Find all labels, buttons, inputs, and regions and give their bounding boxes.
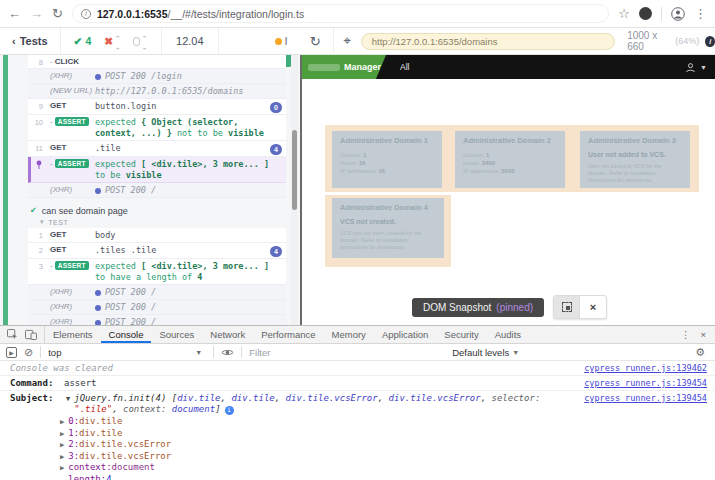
object-property[interactable]: ▶2: div.tile.vcsError <box>0 439 715 451</box>
caret-down-icon: ▾ <box>40 218 44 226</box>
tab-performance[interactable]: Performance <box>253 326 323 343</box>
devtools-tab-bar: Elements Console Sources Network Perform… <box>0 326 715 344</box>
log-row-new-url[interactable]: (NEW URL) http://127.0.0.1:6535/domains <box>28 84 286 99</box>
console-message-command: Command: assert cypress_runner.js:139454 <box>0 376 715 391</box>
log-row-assert[interactable]: 10 -ASSERT expected { Object (selector, … <box>28 115 286 141</box>
domain-tile-error[interactable]: Administrative Domain 4 VCS not created.… <box>332 198 444 258</box>
caret-down-icon: ▼ <box>195 349 206 356</box>
restart-tests-icon[interactable]: ↻ <box>310 34 321 49</box>
selector-playground-icon[interactable]: ⌖ <box>343 33 350 49</box>
tab-memory[interactable]: Memory <box>324 326 374 343</box>
tab-elements[interactable]: Elements <box>45 326 101 343</box>
page-info-icon[interactable]: i <box>81 9 91 19</box>
object-property[interactable]: ▶context: document <box>0 462 715 474</box>
source-link[interactable]: cypress_runner.js:139454 <box>574 378 707 389</box>
log-scrollbar[interactable] <box>291 55 298 325</box>
address-bar[interactable]: i 127.0.0.1:6535/__/#/tests/integration/… <box>72 4 609 23</box>
object-property[interactable]: ▶3: div.tile.vcsError <box>0 451 715 463</box>
console-filter-input[interactable] <box>249 347 439 358</box>
tab-audits[interactable]: Audits <box>487 326 529 343</box>
tab-application[interactable]: Application <box>374 326 436 343</box>
console-messages: Console was cleared cypress_runner.js:13… <box>0 361 715 480</box>
disclosure-closed-icon: ▶ <box>58 439 68 451</box>
devtools-close-icon[interactable]: × <box>700 329 706 340</box>
nav-tab-all[interactable]: All <box>400 62 409 72</box>
cypress-toolbar: ‹ Tests ✔4 ✖-- -- 12.04 I ↻ ⌖ http://127… <box>0 28 715 55</box>
object-preview[interactable]: jQuery.fn.init(4) [div.tile, div.tile, d… <box>74 393 574 415</box>
assert-badge: ASSERT <box>55 117 89 126</box>
live-expression-eye-icon[interactable] <box>221 348 234 357</box>
log-row-xhr[interactable]: (XHR) POST 200 /login <box>28 69 286 84</box>
snapshot-icon <box>562 302 572 312</box>
console-sidebar-icon[interactable]: ▶ <box>6 347 17 358</box>
yield-count-badge: 4 <box>270 144 282 155</box>
child-dash-icon: - <box>50 117 53 126</box>
source-link[interactable]: cypress_runner.js:139454 <box>574 393 707 404</box>
bookmark-star-icon[interactable]: ☆ <box>618 7 630 20</box>
back-to-tests-button[interactable]: ‹ Tests <box>0 28 61 54</box>
reload-icon[interactable]: ↻ <box>52 7 63 20</box>
log-row-get[interactable]: 9 GET button.login 0 <box>28 99 286 115</box>
scrollbar-thumb[interactable] <box>292 130 297 210</box>
object-property[interactable]: ▶length: 4 <box>0 474 715 480</box>
object-property[interactable]: ▶0: div.tile <box>0 416 715 428</box>
device-toolbar-icon[interactable] <box>25 329 37 340</box>
log-row-assert-pinned[interactable]: -ASSERT expected [ <div.tile>, 3 more...… <box>28 157 286 183</box>
viewport-scale: (64%) <box>675 36 699 46</box>
app-url-bar[interactable]: http://127.0.0.1:6535/domains <box>361 33 615 50</box>
log-row-click[interactable]: 8 -CLICK <box>28 55 286 69</box>
tiles-row-1: Administrative Domain 1 Groups: 1 Hosts:… <box>325 125 699 192</box>
studio-indicator[interactable]: I <box>275 35 288 47</box>
passed-count: 4 <box>85 35 91 47</box>
profile-icon[interactable] <box>671 7 685 21</box>
app-logo: Manager <box>302 55 386 79</box>
object-property[interactable]: ▶1: div.tile <box>0 428 715 440</box>
menu-dots-icon[interactable]: ⋮ <box>694 7 707 20</box>
back-icon[interactable]: ← <box>8 7 21 20</box>
source-link[interactable]: cypress_runner.js:139462 <box>574 363 707 374</box>
console-settings-gear-icon[interactable]: ⚙ <box>695 346 709 359</box>
log-row-get[interactable]: 2 GET .tiles .tile 4 <box>28 243 286 259</box>
log-row-xhr[interactable]: (XHR) POST 200 / <box>28 183 286 198</box>
console-message-subject: Subject: ▼ jQuery.fn.init(4) [div.tile, … <box>0 391 715 416</box>
tab-console[interactable]: Console <box>101 326 152 343</box>
disclosure-open-icon[interactable]: ▼ <box>64 393 74 405</box>
tab-network[interactable]: Network <box>202 326 253 343</box>
domain-tile[interactable]: Administrative Domain 1 Groups: 1 Hosts:… <box>332 131 442 188</box>
log-row-xhr[interactable]: (XHR) POST 200 / <box>28 300 286 315</box>
forward-icon[interactable]: → <box>30 7 43 20</box>
child-dash-icon: - <box>50 57 53 66</box>
log-row-get[interactable]: 11 GET .tile 4 <box>28 141 286 157</box>
failed-count: -- <box>116 29 120 53</box>
close-icon: × <box>590 301 596 313</box>
divider <box>333 28 334 55</box>
orange-dot-icon <box>275 38 282 45</box>
check-icon: ✔ <box>30 206 37 215</box>
inspect-element-icon[interactable] <box>7 329 18 340</box>
log-row-xhr[interactable]: (XHR) POST 200 / <box>28 315 286 325</box>
context-selector[interactable]: top ▼ <box>48 347 206 358</box>
assert-badge: ASSERT <box>55 261 89 270</box>
extension-icon[interactable] <box>639 7 652 20</box>
test-section-header[interactable]: ▾ TEST <box>28 217 286 228</box>
unpin-close-button[interactable]: × <box>580 296 606 318</box>
snapshot-toggle-button[interactable] <box>554 296 580 318</box>
clear-console-icon[interactable]: ⊘ <box>24 347 33 358</box>
log-row-get[interactable]: 1 GET body <box>28 228 286 243</box>
domain-tile-error[interactable]: Administrative Domain 3 User not added t… <box>580 131 690 188</box>
user-menu[interactable]: ▼ <box>685 62 707 73</box>
log-levels-dropdown[interactable]: Default levels ▼ <box>452 347 523 358</box>
log-row-xhr[interactable]: (XHR) POST 200 / <box>28 285 286 300</box>
tab-security[interactable]: Security <box>436 326 486 343</box>
caret-down-icon: ▼ <box>512 349 523 356</box>
main-area: 8 -CLICK (XHR) POST 200 /login (NEW URL)… <box>0 55 715 325</box>
devtools-menu-icon[interactable]: ⋮ <box>681 329 691 340</box>
test-title[interactable]: ✔ can see domain page <box>28 204 286 217</box>
log-row-assert[interactable]: 3 -ASSERT expected [ <div.tile>, 3 more.… <box>28 259 286 285</box>
domain-tile[interactable]: Administrative Domain 2 Groups: 1 Hosts:… <box>455 131 565 188</box>
viewport-info-icon[interactable]: i <box>705 36 715 47</box>
cursor-ibeam-icon: I <box>285 35 288 47</box>
assert-badge: ASSERT <box>55 159 89 168</box>
tab-sources[interactable]: Sources <box>151 326 202 343</box>
command-log-panel: 8 -CLICK (XHR) POST 200 /login (NEW URL)… <box>0 55 300 325</box>
